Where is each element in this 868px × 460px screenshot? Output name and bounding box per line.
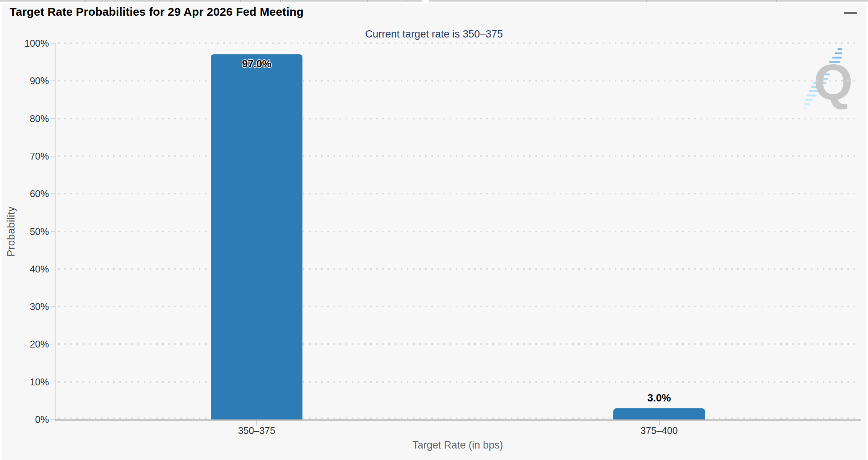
x-axis-tick-label: 350–375	[199, 425, 314, 436]
browser-tab-strip	[0, 0, 868, 2]
tab-divider	[646, 0, 647, 2]
hamburger-icon	[844, 12, 857, 14]
y-axis-tick-label: 0%	[11, 414, 49, 425]
y-axis-tick-label: 80%	[11, 113, 49, 124]
gridline-0	[58, 418, 858, 419]
y-axis-tick-label: 70%	[11, 150, 49, 162]
bar-350–375[interactable]	[211, 54, 302, 419]
y-axis-tick-label: 10%	[11, 376, 49, 388]
x-axis-line	[55, 419, 861, 421]
gridline-60	[58, 193, 858, 194]
y-axis-tick-label: 40%	[11, 263, 49, 275]
y-axis-tick	[51, 306, 55, 307]
tab-divider	[280, 0, 281, 2]
bar-value-label: 97.0%	[207, 58, 306, 70]
tab-divider	[85, 0, 86, 2]
gridline-10	[58, 381, 858, 383]
tab-divider	[367, 0, 368, 2]
y-axis-tick	[51, 193, 55, 194]
y-axis-tick-label: 50%	[11, 226, 49, 237]
tab-strip-segment-right	[429, 0, 868, 2]
y-axis-tick	[51, 382, 55, 382]
chart-title: Target Rate Probabilities for 29 Apr 202…	[10, 5, 304, 18]
gridline-30	[58, 306, 858, 307]
chart-context-menu-button[interactable]	[843, 11, 858, 24]
y-axis-tick-label: 60%	[11, 188, 49, 199]
tab-divider	[406, 0, 406, 2]
bar-375–400[interactable]	[613, 408, 705, 419]
chart-subtitle: Current target rate is 350–375	[0, 28, 868, 40]
gridline-100	[58, 42, 858, 44]
gridline-40	[58, 268, 858, 270]
gridline-70	[58, 155, 858, 157]
gridline-80	[58, 118, 858, 119]
y-axis-tick	[51, 269, 55, 269]
bar-value-label: 3.0%	[610, 392, 709, 404]
y-axis-tick-label: 90%	[11, 75, 49, 86]
tab-strip-segment-left	[0, 0, 422, 2]
x-axis-title: Target Rate (in bps)	[343, 439, 572, 451]
y-axis-tick	[51, 43, 55, 44]
y-axis-tick	[51, 80, 55, 81]
y-axis-line	[55, 43, 55, 420]
tab-divider	[171, 0, 172, 2]
gridline-50	[58, 231, 858, 232]
x-axis-tick-label: 375–400	[602, 425, 717, 436]
y-axis-tick-label: 100%	[11, 38, 49, 49]
y-axis-tick	[51, 156, 55, 157]
y-axis-tick	[51, 231, 55, 232]
y-axis-tick-label: 20%	[11, 338, 49, 350]
tab-divider	[776, 0, 777, 2]
y-axis-tick	[51, 118, 55, 119]
y-axis-tick	[51, 344, 55, 344]
gridline-90	[58, 80, 858, 82]
y-axis-tick	[51, 419, 55, 420]
y-axis-tick-label: 30%	[11, 301, 49, 312]
tab-divider	[240, 0, 241, 2]
gridline-20	[58, 343, 858, 345]
